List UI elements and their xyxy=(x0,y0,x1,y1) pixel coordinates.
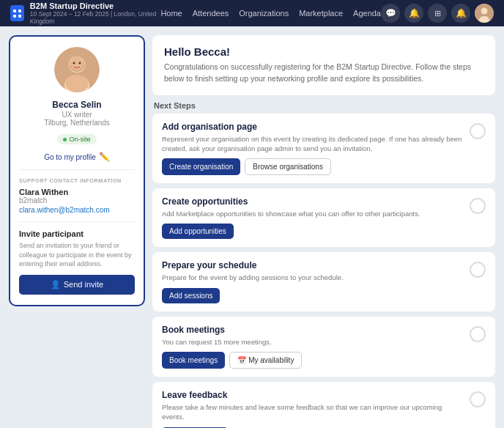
nav-brand: B2M Startup Directive 10 Sept 2024 – 12 … xyxy=(10,1,160,25)
step-org-content: Add organisation page Represent your org… xyxy=(162,122,462,176)
next-steps-list: Add organisation page Represent your org… xyxy=(152,114,495,429)
step-sched-title: Prepare your schedule xyxy=(162,260,462,270)
step-feed-desc: Please take a few minutes and leave some… xyxy=(162,402,462,422)
step-create-opportunities: Create opportunities Add Marketplace opp… xyxy=(152,188,495,247)
nav-link-organizations[interactable]: Organizations xyxy=(239,9,289,18)
bell-icon[interactable]: 🔔 xyxy=(451,4,470,23)
step-prepare-schedule: Prepare your schedule Prepare for the ev… xyxy=(152,252,495,311)
user-avatar-nav[interactable] xyxy=(475,4,494,23)
step-feed-circle xyxy=(470,391,486,407)
top-nav: B2M Startup Directive 10 Sept 2024 – 12 … xyxy=(0,0,504,26)
next-steps-section: Next Steps Add organisation page Represe… xyxy=(152,101,495,429)
main-layout: Becca Selin UX writer Tilburg, Netherlan… xyxy=(0,26,504,428)
nav-link-attendees[interactable]: Attendees xyxy=(193,9,229,18)
step-meet-title: Book meetings xyxy=(162,325,462,335)
person-icon: 👤 xyxy=(51,280,61,289)
step-sched-desc: Prepare for the event by adding sessions… xyxy=(162,273,462,282)
support-company: b2match xyxy=(19,196,135,204)
nav-link-marketplace[interactable]: Marketplace xyxy=(299,9,343,18)
invite-btn-label: Send invite xyxy=(64,280,103,289)
profile-link-row: Go to my profile ✏️ xyxy=(44,152,110,162)
sidebar: Becca Selin UX writer Tilburg, Netherlan… xyxy=(9,35,145,306)
support-name: Clara Withen xyxy=(19,188,135,196)
profile-role: UX writer xyxy=(44,111,110,119)
welcome-description: Congratulations on successfully register… xyxy=(164,62,483,85)
step-org-circle xyxy=(470,123,486,139)
add-sessions-button[interactable]: Add sessions xyxy=(162,288,220,303)
step-feed-title: Leave feedback xyxy=(162,390,462,400)
status-label: On-site xyxy=(69,136,90,143)
profile-info: Becca Selin UX writer Tilburg, Netherlan… xyxy=(44,100,110,127)
next-steps-label: Next Steps xyxy=(152,101,495,110)
browse-organisations-button[interactable]: Browse organisations xyxy=(245,158,331,175)
chat-icon[interactable]: 💬 xyxy=(381,4,400,23)
support-email[interactable]: clara.withen@b2match.com xyxy=(19,206,135,214)
nav-actions: 💬 🔔 ⊞ 🔔 xyxy=(381,4,494,23)
nav-logo xyxy=(10,5,24,21)
status-dot xyxy=(63,138,67,141)
nav-link-home[interactable]: Home xyxy=(160,9,182,18)
svg-rect-0 xyxy=(13,10,16,12)
calendar-icon: 📅 xyxy=(237,356,246,364)
step-meet-content: Book meetings You can request 15 more me… xyxy=(162,325,462,369)
nav-links: Home Attendees Organizations Marketplace… xyxy=(160,9,381,18)
step-opp-circle xyxy=(470,198,486,214)
edit-icon[interactable]: ✏️ xyxy=(99,152,110,162)
send-invite-button[interactable]: 👤 Send invite xyxy=(19,275,135,295)
step-org-desc: Represent your organisation on this even… xyxy=(162,134,462,154)
svg-point-13 xyxy=(79,62,81,64)
step-leave-feedback: Leave feedback Please take a few minutes… xyxy=(152,382,495,428)
step-sched-circle xyxy=(470,262,486,278)
profile-avatar xyxy=(54,47,100,92)
support-label: SUPPORT CONTACT INFORMATION xyxy=(19,177,135,184)
invite-title: Invite participant xyxy=(19,229,135,238)
step-meet-circle xyxy=(470,326,486,342)
nav-link-agenda[interactable]: Agenda xyxy=(353,9,381,18)
step-opp-title: Create opportunities xyxy=(162,196,462,207)
brand-name: B2M Startup Directive xyxy=(30,1,161,10)
svg-point-12 xyxy=(73,62,75,64)
status-badge: On-site xyxy=(57,134,96,144)
support-section: SUPPORT CONTACT INFORMATION Clara Withen… xyxy=(19,177,135,214)
step-opp-content: Create opportunities Add Marketplace opp… xyxy=(162,196,462,239)
book-meetings-button[interactable]: Book meetings xyxy=(162,352,225,369)
step-org-title: Add organisation page xyxy=(162,122,462,132)
notification-icon[interactable]: 🔔 xyxy=(404,4,423,23)
svg-rect-2 xyxy=(13,15,16,18)
step-add-organisation: Add organisation page Represent your org… xyxy=(152,114,495,184)
svg-rect-3 xyxy=(18,15,21,18)
welcome-card: Hello Becca! Congratulations on successf… xyxy=(152,35,495,95)
svg-point-11 xyxy=(70,56,84,71)
invite-desc: Send an invitation to your friend or col… xyxy=(19,241,135,269)
invite-section: Invite participant Send an invitation to… xyxy=(19,229,135,295)
brand-date: 10 Sept 2024 – 12 Feb 2025 | London, Uni… xyxy=(30,10,161,25)
welcome-title: Hello Becca! xyxy=(164,45,483,58)
svg-point-14 xyxy=(65,75,89,92)
step-opp-desc: Add Marketplace opportunities to showcas… xyxy=(162,209,462,218)
divider-1 xyxy=(19,169,135,170)
my-availability-button[interactable]: 📅 My availability xyxy=(229,352,302,369)
svg-rect-1 xyxy=(18,10,21,12)
create-organisation-button[interactable]: Create organisation xyxy=(162,158,240,175)
profile-location: Tilburg, Netherlands xyxy=(44,119,110,127)
divider-2 xyxy=(19,221,135,222)
step-sched-content: Prepare your schedule Prepare for the ev… xyxy=(162,260,462,303)
step-meet-desc: You can request 15 more meetings. xyxy=(162,337,462,347)
grid-icon[interactable]: ⊞ xyxy=(428,4,447,23)
svg-point-5 xyxy=(481,8,488,15)
step-book-meetings: Book meetings You can request 15 more me… xyxy=(152,317,495,377)
right-content: Hello Becca! Congratulations on successf… xyxy=(152,35,495,428)
go-to-profile-button[interactable]: Go to my profile xyxy=(44,153,96,161)
add-opportunities-button[interactable]: Add opportunities xyxy=(162,224,234,239)
profile-name: Becca Selin xyxy=(44,100,110,110)
step-feed-content: Leave feedback Please take a few minutes… xyxy=(162,390,462,428)
